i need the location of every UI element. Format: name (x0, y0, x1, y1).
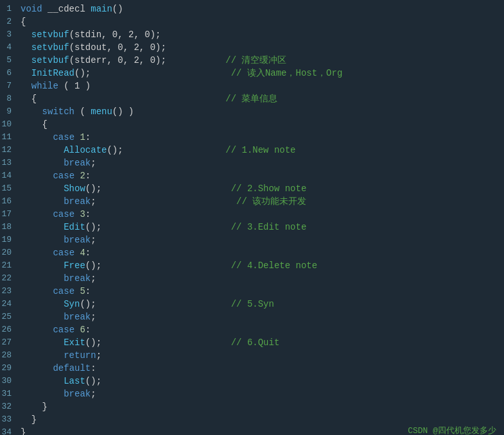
code-line: 17 case 3: (0, 208, 504, 221)
line-content: void __cdecl main() (18, 3, 504, 15)
line-number: 10 (0, 118, 18, 131)
line-number: 29 (0, 362, 18, 375)
code-line: 22 break; (0, 272, 504, 285)
line-content: case 4: (18, 246, 504, 259)
line-content: break; // 该功能未开发 (18, 195, 504, 208)
code-line: 20 case 4: (0, 246, 504, 259)
line-content: return; (18, 349, 504, 362)
line-content: while ( 1 ) (18, 80, 504, 92)
line-content: break; (18, 234, 504, 246)
line-content: Free(); // 4.Delete note (18, 259, 504, 272)
code-line: 12 Allocate(); // 1.New note (0, 144, 504, 157)
line-content: Edit(); // 3.Edit note (18, 221, 504, 234)
line-content: switch ( menu() ) (18, 105, 504, 118)
line-content: { (18, 15, 504, 28)
code-line: 9 switch ( menu() ) (0, 105, 504, 118)
code-line: 24 Syn(); // 5.Syn (0, 298, 504, 311)
code-line: 10 { (0, 118, 504, 131)
line-number: 22 (0, 272, 18, 285)
code-line: 27 Exit(); // 6.Quit (0, 336, 504, 349)
code-line: 8 { // 菜单信息 (0, 92, 504, 105)
line-content: Last(); (18, 375, 504, 388)
code-line: 2{ (0, 15, 504, 28)
line-number: 20 (0, 246, 18, 259)
line-content: setvbuf(stdout, 0, 2, 0); (18, 41, 504, 54)
line-number: 31 (0, 388, 18, 400)
line-number: 16 (0, 195, 18, 208)
code-line: 14 case 2: (0, 169, 504, 182)
code-line: 6 InitRead(); // 读入Name，Host，Org (0, 67, 504, 80)
line-number: 14 (0, 169, 18, 182)
line-content: case 1: (18, 131, 504, 144)
line-content: break; (18, 311, 504, 323)
line-content: break; (18, 157, 504, 169)
line-content: case 6: (18, 323, 504, 336)
line-number: 4 (0, 41, 18, 54)
line-content: InitRead(); // 读入Name，Host，Org (18, 67, 504, 80)
line-content: break; (18, 388, 504, 400)
code-line: 18 Edit(); // 3.Edit note (0, 221, 504, 234)
line-number: 13 (0, 157, 18, 169)
line-number: 21 (0, 259, 18, 272)
line-content: { // 菜单信息 (18, 92, 504, 105)
line-content: } (18, 400, 504, 413)
code-line: 31 break; (0, 388, 504, 400)
line-content: { (18, 118, 504, 131)
code-line: 13 break; (0, 157, 504, 169)
line-number: 9 (0, 105, 18, 118)
code-line: 7 while ( 1 ) (0, 80, 504, 92)
code-line: 3 setvbuf(stdin, 0, 2, 0); (0, 28, 504, 41)
line-content: } (18, 413, 504, 426)
line-number: 8 (0, 92, 18, 105)
line-content: case 5: (18, 285, 504, 298)
line-content: Exit(); // 6.Quit (18, 336, 504, 349)
code-line: 29 default: (0, 362, 504, 375)
code-line: 33 } (0, 413, 504, 426)
line-number: 2 (0, 15, 18, 28)
line-content: break; (18, 272, 504, 285)
line-number: 12 (0, 144, 18, 157)
line-number: 32 (0, 400, 18, 413)
code-line: 15 Show(); // 2.Show note (0, 182, 504, 195)
line-content: case 2: (18, 169, 504, 182)
line-number: 17 (0, 208, 18, 221)
line-number: 15 (0, 182, 18, 195)
code-line: 32 } (0, 400, 504, 413)
line-content: setvbuf(stderr, 0, 2, 0); // 清空缓冲区 (18, 54, 504, 67)
line-number: 1 (0, 3, 18, 15)
line-content: default: (18, 362, 504, 375)
line-number: 30 (0, 375, 18, 388)
watermark-text: CSDN @四代机您发多少 (408, 425, 496, 435)
line-content: case 3: (18, 208, 504, 221)
line-number: 24 (0, 298, 18, 311)
code-line: 16 break; // 该功能未开发 (0, 195, 504, 208)
code-line: 19 break; (0, 234, 504, 246)
code-line: 25 break; (0, 311, 504, 323)
code-line: 30 Last(); (0, 375, 504, 388)
line-content: Allocate(); // 1.New note (18, 144, 504, 157)
line-number: 26 (0, 323, 18, 336)
code-line: 23 case 5: (0, 285, 504, 298)
line-content: setvbuf(stdin, 0, 2, 0); (18, 28, 504, 41)
line-number: 18 (0, 221, 18, 234)
line-content: Syn(); // 5.Syn (18, 298, 504, 311)
line-number: 28 (0, 349, 18, 362)
line-number: 7 (0, 80, 18, 92)
line-number: 5 (0, 54, 18, 67)
line-number: 6 (0, 67, 18, 80)
code-line: 26 case 6: (0, 323, 504, 336)
line-number: 23 (0, 285, 18, 298)
code-line: 4 setvbuf(stdout, 0, 2, 0); (0, 41, 504, 54)
code-editor: 1void __cdecl main()2{3 setvbuf(stdin, 0… (0, 0, 504, 435)
code-line: 21 Free(); // 4.Delete note (0, 259, 504, 272)
line-number: 19 (0, 234, 18, 246)
line-number: 33 (0, 413, 18, 426)
code-line: 5 setvbuf(stderr, 0, 2, 0); // 清空缓冲区 (0, 54, 504, 67)
line-number: 3 (0, 28, 18, 41)
line-number: 11 (0, 131, 18, 144)
code-line: 1void __cdecl main() (0, 3, 504, 15)
code-line: 28 return; (0, 349, 504, 362)
line-number: 34 (0, 426, 18, 435)
code-line: 11 case 1: (0, 131, 504, 144)
line-content: Show(); // 2.Show note (18, 182, 504, 195)
